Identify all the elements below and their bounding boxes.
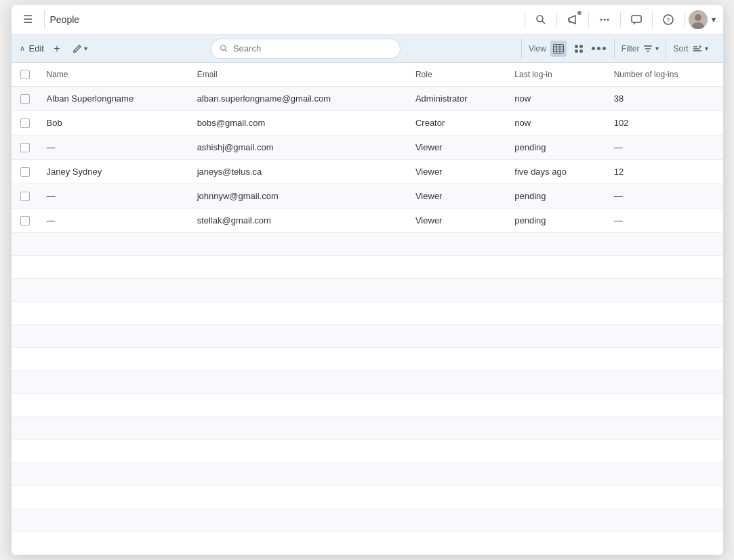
announcement-badge [577, 11, 582, 15]
row-lastlogin: pending [506, 184, 605, 209]
col-header-email: Email [189, 63, 407, 87]
row-email: alban.superlongname@gmail.com [189, 87, 407, 111]
svg-rect-5 [632, 16, 641, 22]
topbar-divider-v5 [652, 12, 653, 28]
empty-row [12, 463, 723, 486]
view-gallery-button[interactable] [571, 41, 587, 57]
collapse-caret[interactable]: ∧ [20, 44, 25, 53]
filter-section: Filter ▾ [614, 39, 666, 59]
search-box[interactable] [211, 39, 401, 59]
menu-icon[interactable]: ☰ [17, 9, 39, 30]
toolbar-right: View [521, 39, 714, 59]
row-checkbox[interactable] [20, 119, 30, 128]
row-checkbox[interactable] [20, 143, 30, 152]
edit-caret: ▾ [84, 45, 87, 52]
filter-label: Filter [621, 44, 640, 53]
topbar-divider-v1 [525, 12, 525, 28]
table-row: Alban Superlongname alban.superlongname@… [12, 87, 723, 111]
add-button[interactable]: + [48, 40, 66, 58]
topbar-divider-v4 [620, 12, 621, 28]
empty-row [12, 417, 723, 440]
row-name: Janey Sydney [39, 160, 189, 184]
col-header-name: Name [39, 63, 189, 87]
announcement-button[interactable] [561, 8, 584, 31]
row-role: Viewer [407, 184, 506, 209]
row-checkbox-cell [12, 184, 39, 209]
empty-row [12, 256, 723, 279]
row-checkbox[interactable] [20, 216, 30, 225]
view-label: View [529, 44, 546, 53]
search-icon [220, 44, 228, 53]
chat-button[interactable] [625, 8, 648, 31]
col-header-logins: Number of log-ins [606, 63, 723, 87]
sort-label: Sort [673, 44, 688, 53]
row-lastlogin: pending [506, 209, 605, 233]
row-logins: — [606, 135, 723, 160]
col-header-role: Role [407, 63, 506, 87]
app-window: ☰ People [12, 5, 723, 555]
row-lastlogin: now [506, 111, 605, 135]
gallery-icon [575, 45, 583, 53]
row-email: stellak@gmail.com [189, 209, 407, 233]
row-checkbox[interactable] [20, 167, 30, 177]
filter-caret: ▾ [655, 45, 659, 52]
svg-line-1 [542, 21, 545, 24]
toolbar-left: ∧ Edit + ▾ [20, 40, 90, 58]
more-view-icon [592, 47, 606, 50]
row-logins: 38 [606, 87, 723, 111]
row-name: Alban Superlongname [39, 87, 189, 111]
select-all-checkbox[interactable] [20, 70, 30, 79]
view-table-button[interactable] [550, 41, 567, 57]
sort-button[interactable]: ▾ [693, 45, 708, 53]
row-role: Creator [407, 111, 506, 135]
table-body: Alban Superlongname alban.superlongname@… [12, 87, 723, 555]
topbar-actions: ? ▼ [523, 8, 718, 31]
row-role: Viewer [407, 160, 506, 184]
row-checkbox-cell [12, 111, 39, 135]
help-button[interactable]: ? [657, 8, 680, 31]
page-title: People [50, 14, 523, 25]
user-avatar-button[interactable]: ▼ [689, 10, 718, 29]
sort-caret: ▾ [705, 45, 708, 52]
row-checkbox-cell [12, 135, 39, 160]
topbar-divider-v6 [684, 12, 685, 28]
table-header-row: Name Email Role Last log-in Number of lo… [12, 63, 723, 87]
empty-row [12, 348, 723, 371]
row-checkbox[interactable] [20, 94, 30, 104]
empty-row [12, 532, 723, 555]
topbar-divider-v3 [588, 12, 589, 28]
row-name: — [39, 184, 189, 209]
search-area [90, 39, 521, 59]
row-email: bobs@gmail.com [189, 111, 407, 135]
topbar-divider [44, 10, 45, 29]
svg-text:?: ? [666, 17, 670, 24]
edit-label: Edit [29, 43, 44, 53]
svg-line-12 [225, 50, 227, 52]
people-table: Name Email Role Last log-in Number of lo… [12, 63, 723, 555]
row-role: Administrator [407, 87, 506, 111]
row-lastlogin: now [506, 87, 605, 111]
svg-point-3 [603, 18, 605, 20]
checkbox-header [12, 63, 39, 87]
row-role: Viewer [407, 209, 506, 233]
topbar: ☰ People [12, 5, 723, 35]
row-logins: 12 [606, 160, 723, 184]
edit-button[interactable]: ▾ [70, 43, 90, 55]
filter-button[interactable]: ▾ [643, 45, 659, 53]
topbar-divider-v2 [556, 12, 557, 28]
table-row: Bob bobs@gmail.com Creator now 102 [12, 111, 723, 135]
empty-row [12, 279, 723, 302]
search-button[interactable] [529, 8, 552, 31]
empty-row [12, 371, 723, 394]
empty-row [12, 509, 723, 532]
row-logins: 102 [606, 111, 723, 135]
more-options-button[interactable] [593, 8, 616, 31]
row-email: ashishj@gmail.com [189, 135, 407, 160]
search-input[interactable] [233, 43, 392, 53]
row-logins: — [606, 209, 723, 233]
empty-row [12, 394, 723, 417]
view-more-button[interactable] [591, 41, 607, 57]
row-name: — [39, 209, 189, 233]
row-checkbox[interactable] [20, 192, 30, 201]
table-container: Name Email Role Last log-in Number of lo… [12, 63, 723, 555]
